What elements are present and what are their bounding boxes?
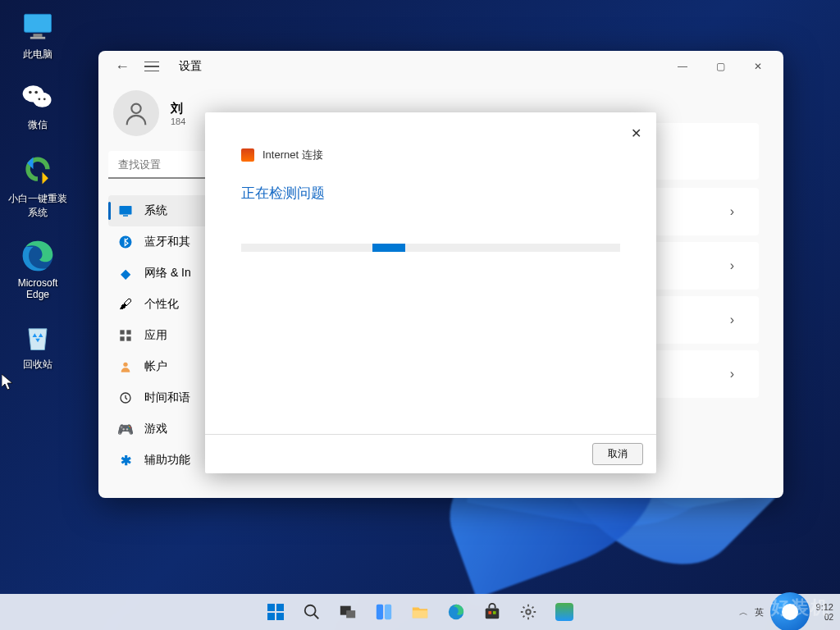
- progress-chunk: [372, 244, 405, 252]
- svg-point-10: [131, 104, 140, 113]
- svg-rect-1: [34, 34, 43, 37]
- minimize-button[interactable]: —: [664, 53, 701, 80]
- svg-point-5: [29, 91, 32, 94]
- accessibility-icon: ✱: [118, 453, 133, 468]
- desktop-icon-label: 回收站: [5, 358, 71, 372]
- cancel-button[interactable]: 取消: [592, 443, 643, 465]
- widgets-button[interactable]: [368, 596, 400, 628]
- settings-taskbar-button[interactable]: [512, 596, 545, 628]
- wifi-icon: ◆: [118, 266, 133, 281]
- svg-rect-11: [120, 206, 132, 215]
- monitor-icon: [20, 8, 56, 44]
- svg-rect-32: [486, 608, 500, 619]
- nav-label: 系统: [144, 203, 167, 218]
- close-button[interactable]: ✕: [739, 53, 777, 80]
- nav-label: 帐户: [144, 359, 167, 374]
- svg-rect-15: [126, 330, 130, 334]
- nav-label: 游戏: [144, 422, 167, 436]
- desktop-icon-xiaobai[interactable]: 小白一键重装系统: [5, 153, 71, 220]
- svg-rect-30: [413, 610, 427, 618]
- svg-rect-14: [120, 330, 124, 334]
- watermark: 好装机: [771, 596, 830, 620]
- svg-rect-20: [267, 604, 275, 611]
- person-icon: [118, 359, 133, 374]
- store-button[interactable]: [476, 596, 509, 628]
- svg-rect-17: [126, 336, 130, 340]
- nav-label: 应用: [144, 328, 167, 343]
- bluetooth-icon: [118, 235, 133, 249]
- desktop-icon-label: 小白一键重装系统: [5, 192, 71, 220]
- svg-point-6: [34, 91, 38, 94]
- dialog-title: Internet 连接: [262, 148, 323, 162]
- edge-taskbar-button[interactable]: [440, 596, 472, 628]
- tray-lang[interactable]: 英: [755, 606, 764, 619]
- edge-icon: [20, 238, 56, 274]
- troubleshoot-icon: [241, 148, 254, 162]
- svg-rect-28: [377, 605, 383, 619]
- chevron-right-icon: ›: [730, 313, 734, 327]
- desktop-icon-edge[interactable]: Microsoft Edge: [5, 238, 71, 300]
- progress-bar: [241, 244, 620, 252]
- chevron-right-icon: ›: [730, 204, 734, 219]
- svg-rect-16: [120, 336, 124, 340]
- desktop-icon-label: Microsoft Edge: [5, 277, 71, 300]
- dialog-status: 正在检测问题: [205, 171, 656, 227]
- svg-rect-21: [276, 604, 284, 611]
- svg-rect-29: [385, 605, 391, 619]
- cursor-icon: [2, 374, 15, 392]
- nav-label: 蓝牙和其: [144, 235, 190, 249]
- maximize-button[interactable]: ▢: [701, 53, 739, 80]
- svg-rect-34: [493, 611, 496, 614]
- wechat-icon: [20, 79, 56, 115]
- profile-name: 刘: [171, 101, 185, 116]
- gamepad-icon: 🎮: [118, 422, 133, 436]
- svg-rect-2: [30, 37, 45, 39]
- svg-rect-23: [276, 613, 284, 620]
- nav-label: 个性化: [144, 297, 179, 312]
- nav-label: 辅助功能: [144, 453, 190, 468]
- window-title: 设置: [179, 59, 202, 74]
- svg-rect-22: [267, 613, 275, 620]
- svg-point-24: [305, 605, 316, 616]
- desktop-icon-recycle-bin[interactable]: 回收站: [5, 318, 71, 372]
- titlebar: ← 设置 — ▢ ✕: [98, 51, 783, 82]
- apps-icon: [118, 328, 133, 343]
- svg-rect-0: [25, 14, 52, 32]
- desktop-icon-this-pc[interactable]: 此电脑: [5, 8, 71, 62]
- recycle-bin-icon: [20, 318, 56, 354]
- app-taskbar-button[interactable]: [548, 596, 581, 628]
- svg-rect-33: [488, 611, 491, 614]
- desktop-icon-wechat[interactable]: 微信: [5, 79, 71, 132]
- svg-point-35: [526, 609, 531, 614]
- brush-icon: 🖌: [118, 297, 133, 312]
- svg-rect-12: [123, 215, 128, 217]
- avatar-icon: [113, 90, 159, 136]
- svg-point-18: [123, 363, 127, 367]
- nav-label: 时间和语: [144, 390, 190, 405]
- desktop-icon-label: 此电脑: [5, 48, 71, 62]
- chevron-right-icon: ›: [730, 258, 734, 273]
- svg-point-8: [43, 98, 46, 100]
- search-button[interactable]: [295, 596, 328, 628]
- task-view-button[interactable]: [331, 596, 364, 628]
- start-button[interactable]: [259, 596, 292, 628]
- nav-label: 网络 & In: [144, 266, 191, 281]
- dialog-close-button[interactable]: ✕: [631, 126, 641, 141]
- svg-point-7: [38, 98, 40, 100]
- svg-line-25: [314, 614, 319, 619]
- desktop-icon-label: 微信: [5, 118, 71, 132]
- reinstall-icon: [20, 153, 56, 189]
- svg-point-13: [120, 236, 132, 249]
- profile-sub: 184: [171, 116, 185, 126]
- svg-point-4: [34, 93, 52, 107]
- svg-rect-27: [346, 610, 355, 618]
- chevron-right-icon: ›: [730, 367, 734, 381]
- app-icon: [555, 603, 573, 621]
- troubleshooter-dialog: ✕ Internet 连接 正在检测问题 取消: [205, 112, 656, 473]
- taskbar: ︿ 英 9:12 02: [0, 594, 840, 630]
- explorer-button[interactable]: [404, 596, 436, 628]
- system-icon: [118, 203, 133, 218]
- tray-caret[interactable]: ︿: [739, 606, 748, 619]
- hamburger-icon[interactable]: [144, 62, 159, 72]
- back-button[interactable]: ←: [115, 58, 130, 75]
